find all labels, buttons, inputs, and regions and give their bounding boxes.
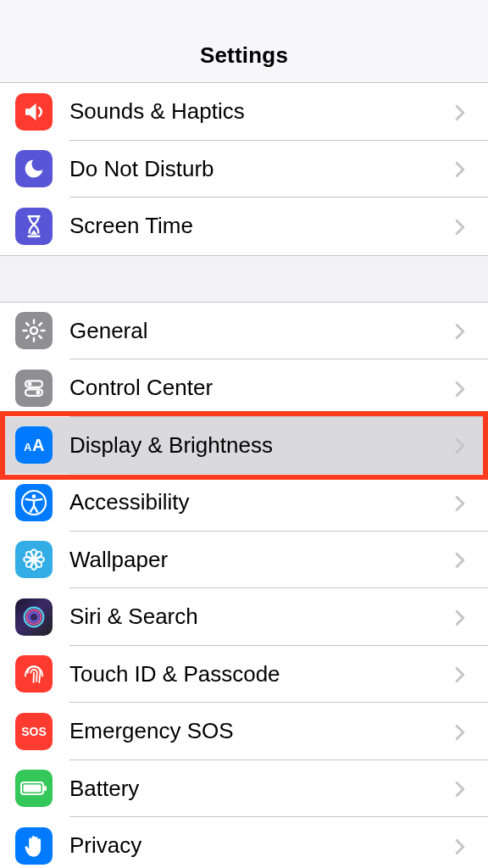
- chevron-right-icon: [454, 724, 469, 739]
- chevron-right-icon: [454, 323, 469, 338]
- row-accessibility[interactable]: Accessibility: [0, 474, 488, 531]
- row-label: Wallpaper: [69, 547, 454, 573]
- chevron-right-icon: [454, 437, 469, 453]
- chevron-right-icon: [454, 104, 469, 120]
- svg-text:A: A: [32, 436, 44, 454]
- text-size-icon: A A: [15, 426, 53, 464]
- svg-point-20: [29, 612, 38, 621]
- chevron-right-icon: [454, 838, 469, 854]
- chevron-right-icon: [454, 381, 469, 396]
- row-label: Control Center: [69, 375, 454, 401]
- chevron-right-icon: [454, 161, 469, 176]
- svg-point-2: [28, 381, 32, 386]
- chevron-right-icon: [454, 219, 469, 234]
- chevron-right-icon: [454, 666, 469, 682]
- svg-point-17: [25, 559, 34, 569]
- row-label: Siri & Search: [69, 604, 454, 630]
- svg-point-14: [25, 551, 34, 560]
- row-label: Battery: [69, 776, 454, 802]
- sos-icon: SOS: [15, 713, 53, 750]
- row-label: Sounds & Haptics: [69, 98, 454, 125]
- settings-group-1: Sounds & Haptics Do Not Disturb Screen T…: [0, 83, 488, 256]
- toggles-icon: [15, 370, 53, 407]
- group-gap: [0, 256, 488, 302]
- row-label: Emergency SOS: [69, 718, 454, 744]
- row-touch-id-passcode[interactable]: Touch ID & Passcode: [0, 646, 488, 704]
- chevron-right-icon: [454, 781, 469, 796]
- chevron-right-icon: [454, 495, 469, 510]
- flower-icon: [15, 541, 53, 578]
- row-screen-time[interactable]: Screen Time: [0, 198, 488, 255]
- hand-icon: [15, 827, 53, 865]
- chevron-right-icon: [454, 609, 469, 625]
- svg-text:SOS: SOS: [21, 725, 47, 738]
- row-label: Screen Time: [69, 213, 454, 239]
- svg-rect-23: [24, 785, 42, 793]
- row-siri-search[interactable]: Siri & Search: [0, 588, 488, 646]
- row-general[interactable]: General: [0, 303, 488, 360]
- row-battery[interactable]: Battery: [0, 760, 488, 818]
- hourglass-icon: [15, 208, 53, 245]
- fingerprint-icon: [15, 655, 53, 693]
- svg-point-15: [34, 559, 43, 569]
- row-emergency-sos[interactable]: SOS Emergency SOS: [0, 703, 488, 760]
- svg-text:A: A: [24, 441, 32, 453]
- row-sounds-haptics[interactable]: Sounds & Haptics: [0, 83, 488, 141]
- battery-icon: [15, 770, 53, 807]
- settings-group-2: General Control Center A A Display: [0, 302, 488, 869]
- svg-rect-24: [44, 786, 47, 791]
- row-label: Privacy: [69, 832, 454, 859]
- page-title: Settings: [200, 42, 288, 69]
- row-control-center[interactable]: Control Center: [0, 359, 488, 417]
- row-wallpaper[interactable]: Wallpaper: [0, 531, 488, 589]
- row-label: Do Not Disturb: [69, 156, 454, 182]
- row-label: Touch ID & Passcode: [69, 661, 454, 687]
- row-label: Display & Brightness: [69, 432, 454, 459]
- row-label: General: [69, 318, 454, 344]
- row-privacy[interactable]: Privacy: [0, 817, 488, 868]
- moon-icon: [15, 150, 53, 187]
- row-display-brightness[interactable]: A A Display & Brightness: [0, 417, 488, 475]
- gear-icon: [15, 312, 53, 349]
- row-do-not-disturb[interactable]: Do Not Disturb: [0, 141, 488, 198]
- settings-header: Settings: [0, 0, 488, 83]
- svg-point-0: [30, 327, 37, 334]
- siri-icon: [15, 598, 53, 636]
- svg-point-16: [34, 551, 43, 560]
- chevron-right-icon: [454, 552, 469, 567]
- svg-point-8: [32, 494, 36, 498]
- row-label: Accessibility: [69, 489, 454, 515]
- accessibility-icon: [15, 484, 53, 521]
- svg-point-4: [36, 390, 41, 394]
- speaker-icon: [15, 93, 53, 131]
